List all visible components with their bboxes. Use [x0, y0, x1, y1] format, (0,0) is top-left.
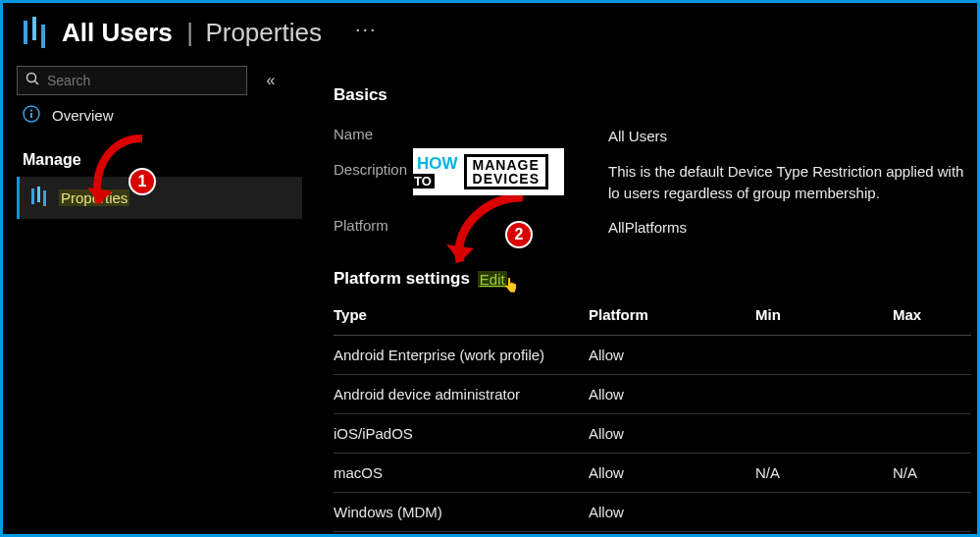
wm-devices: DEVICES	[473, 172, 540, 186]
cell-type: iOS/iPadOS	[334, 414, 589, 454]
cell-type: Android Enterprise (work profile)	[334, 336, 589, 375]
cell-max	[893, 493, 971, 532]
table-row: iOS/iPadOSAllow	[334, 414, 971, 454]
main-content: Basics Name All Users Description This i…	[302, 58, 977, 532]
more-menu-button[interactable]: ···	[355, 18, 378, 40]
cell-platform: Allow	[589, 414, 755, 454]
basics-heading: Basics	[334, 85, 971, 105]
cell-max	[893, 414, 971, 454]
cell-max	[893, 336, 971, 375]
cell-type: Android device administrator	[334, 375, 589, 414]
page-title: All Users | Properties	[62, 18, 322, 48]
svg-rect-9	[37, 187, 40, 202]
search-icon	[26, 72, 39, 89]
field-value: AllPlatforms	[608, 217, 971, 239]
table-row: Android Enterprise (work profile)Allow	[334, 336, 971, 375]
col-max: Max	[893, 295, 971, 336]
svg-rect-10	[43, 190, 46, 206]
entity-name: All Users	[62, 18, 173, 47]
table-row: Android device administratorAllow	[334, 375, 971, 414]
svg-line-4	[35, 81, 39, 85]
field-value: This is the default Device Type Restrict…	[608, 161, 971, 204]
search-input-wrap[interactable]	[17, 66, 247, 95]
cell-platform: Allow	[589, 375, 755, 414]
restrictions-icon	[21, 17, 48, 48]
wm-manage: MANAGE	[473, 158, 540, 172]
annotation-badge-2: 2	[505, 221, 533, 248]
svg-rect-8	[31, 188, 34, 204]
col-type: Type	[334, 295, 589, 336]
search-input[interactable]	[47, 73, 238, 88]
svg-point-3	[27, 74, 36, 82]
sidebar-item-label: Overview	[52, 107, 114, 124]
field-platform: Platform AllPlatforms	[334, 210, 971, 245]
cell-min: N/A	[755, 454, 893, 493]
svg-rect-1	[32, 17, 36, 40]
info-icon	[23, 105, 40, 126]
collapse-sidebar-button[interactable]: «	[257, 72, 284, 89]
page-header: All Users | Properties ···	[3, 3, 977, 58]
svg-marker-11	[87, 188, 113, 203]
col-platform: Platform	[589, 295, 755, 336]
cell-max: N/A	[893, 454, 971, 493]
cell-platform: Allow	[589, 493, 755, 532]
table-row: Windows (MDM)Allow	[334, 493, 971, 532]
title-divider: |	[186, 18, 193, 47]
wm-how: HOW	[413, 155, 460, 173]
table-row: macOSAllowN/AN/A	[334, 454, 971, 493]
svg-rect-2	[41, 25, 45, 48]
cell-min	[755, 414, 893, 454]
annotation-badge-1: 1	[129, 168, 156, 195]
annotation-arrow-1	[81, 129, 170, 227]
col-min: Min	[755, 295, 893, 336]
svg-rect-0	[24, 21, 27, 44]
svg-marker-12	[446, 244, 474, 262]
cell-min	[755, 493, 893, 532]
cell-platform: Allow	[589, 336, 755, 375]
watermark-logo: HOW TO MANAGE DEVICES	[413, 148, 564, 195]
cell-platform: Allow	[589, 454, 755, 493]
properties-icon	[29, 187, 47, 209]
cell-type: Windows (MDM)	[334, 493, 589, 532]
svg-rect-7	[30, 110, 32, 112]
wm-to: TO	[411, 174, 435, 188]
field-value: All Users	[608, 126, 971, 147]
cell-type: macOS	[334, 454, 589, 493]
cell-min	[755, 336, 893, 375]
section-name: Properties	[205, 18, 322, 47]
cell-min	[755, 375, 893, 414]
platform-settings-table: Type Platform Min Max Android Enterprise…	[334, 295, 971, 532]
cell-max	[893, 375, 971, 414]
svg-rect-6	[30, 113, 32, 118]
field-label: Name	[334, 126, 608, 147]
